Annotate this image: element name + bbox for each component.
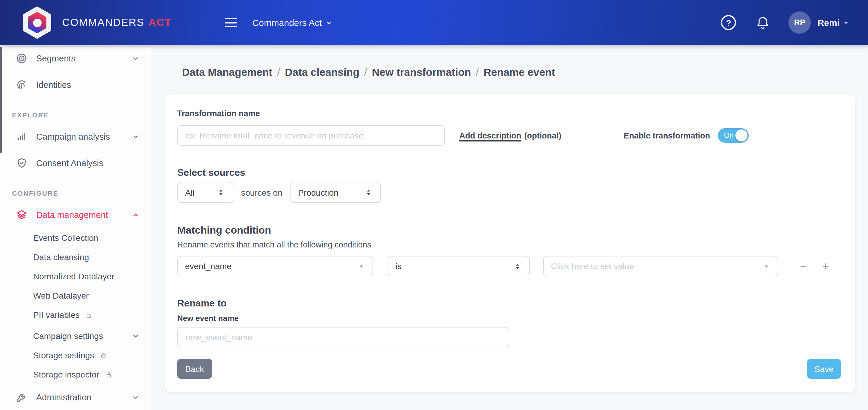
save-button[interactable]: Save (807, 359, 841, 379)
transformation-form-card: Transformation name Add description (opt… (165, 95, 855, 392)
lock-icon (104, 371, 113, 378)
condition-row: event_name is Click here to set value (177, 256, 841, 276)
app-logo[interactable]: COMMANDERSACT (23, 6, 172, 39)
condition-operator-value: is (396, 261, 513, 271)
description-group: Add description (optional) (459, 125, 561, 146)
condition-field-select[interactable]: event_name (177, 256, 373, 276)
select-spinner-icon (364, 188, 373, 197)
matching-condition-subtext: Rename events that match all the followi… (177, 240, 841, 249)
top-navbar: COMMANDERSACT Commanders Act ? RP Remi (0, 0, 868, 45)
matching-condition-heading: Matching condition (177, 225, 841, 237)
environment-value: Production (298, 187, 364, 197)
help-glyph: ? (726, 18, 731, 27)
rename-to-heading: Rename to (177, 298, 841, 309)
sidebar-item-label: Storage settings (33, 350, 94, 360)
select-spinner-icon (216, 188, 225, 197)
sidebar-item-data-management[interactable]: Data management (0, 202, 151, 228)
sidebar-item-label: Consent Analysis (36, 158, 103, 168)
layers-icon (16, 209, 28, 221)
condition-field-value: event_name (185, 261, 358, 271)
breadcrumb-item-new-transformation[interactable]: New transformation (372, 66, 471, 78)
chevron-down-icon (131, 132, 140, 141)
toggle-knob (735, 130, 747, 141)
breadcrumb-item-data-management[interactable]: Data Management (182, 66, 273, 78)
sidebar-scrollbar[interactable] (0, 47, 2, 153)
name-row: Add description (optional) Enable transf… (177, 125, 841, 146)
sidebar-item-label: Data cleansing (33, 252, 89, 262)
enable-transformation-label: Enable transformation (624, 131, 710, 140)
sidebar-item-segments[interactable]: Segments (0, 45, 151, 72)
fingerprint-icon (16, 79, 28, 91)
brand-name: COMMANDERSACT (62, 16, 172, 29)
notifications-bell-icon[interactable] (755, 15, 771, 30)
app-root: COMMANDERSACT Commanders Act ? RP Remi (0, 0, 868, 410)
sidebar-item-label: PII variables (33, 310, 80, 320)
breadcrumb-item-data-cleansing[interactable]: Data cleansing (285, 66, 359, 78)
back-button[interactable]: Back (177, 359, 212, 379)
brand-accent: ACT (149, 16, 172, 28)
user-name: Remi (818, 18, 840, 28)
chevron-down-icon (131, 393, 140, 402)
sidebar-item-normalized-datalayer[interactable]: Normalized Datalayer (0, 267, 151, 286)
sidebar-item-pii-variables[interactable]: PII variables (0, 305, 151, 324)
sources-scope-select[interactable]: All (177, 182, 233, 203)
sidebar-item-label: Administration (36, 392, 92, 402)
chevron-down-icon (131, 54, 140, 63)
add-condition-button[interactable]: + (822, 261, 829, 272)
add-description-link[interactable]: Add description (459, 131, 521, 140)
wrench-icon (16, 391, 28, 403)
hamburger-menu-icon[interactable] (224, 18, 237, 27)
select-spinner-icon (513, 262, 522, 271)
user-menu[interactable]: Remi (818, 18, 850, 28)
sidebar-item-label: Identities (36, 80, 71, 90)
remove-condition-button[interactable]: − (800, 261, 807, 272)
sidebar-divider (6, 46, 151, 47)
sidebar-item-label: Campaign settings (33, 331, 103, 341)
new-event-name-input[interactable] (177, 327, 509, 347)
chevron-down-icon (325, 19, 333, 27)
sidebar-item-label: Web Datalayer (33, 291, 89, 300)
sidebar-item-storage-inspector[interactable]: Storage inspector (0, 365, 151, 384)
transformation-name-input[interactable] (177, 125, 445, 146)
sidebar-item-label: Segments (36, 54, 76, 63)
sidebar-item-campaign-analysis[interactable]: Campaign analysis (0, 124, 151, 150)
enable-group: Enable transformation On (624, 125, 749, 146)
chevron-down-icon (131, 332, 140, 340)
sidebar-item-web-datalayer[interactable]: Web Datalayer (0, 286, 151, 305)
caret-down-icon (358, 262, 365, 270)
transformation-name-label: Transformation name (177, 109, 841, 118)
user-avatar[interactable]: RP (789, 11, 811, 34)
sidebar-item-consent-analysis[interactable]: Consent Analysis (0, 150, 151, 176)
sidebar-item-storage-settings[interactable]: Storage settings (0, 346, 151, 365)
sidebar-item-administration[interactable]: Administration (0, 384, 151, 410)
condition-value-select[interactable]: Click here to set value (543, 256, 778, 276)
shield-check-icon (16, 157, 28, 169)
sidebar-item-events-collection[interactable]: Events Collection (0, 228, 151, 247)
main-content: Data Management/Data cleansing/New trans… (151, 45, 868, 410)
form-actions: Back Save (177, 359, 841, 379)
breadcrumb-separator: / (476, 66, 479, 78)
condition-value-placeholder: Click here to set value (551, 261, 763, 271)
avatar-initials: RP (794, 18, 806, 27)
environment-select[interactable]: Production (290, 182, 381, 203)
new-event-name-label: New event name (177, 314, 841, 323)
condition-operator-select[interactable]: is (388, 256, 530, 276)
sidebar-item-data-cleansing[interactable]: Data cleansing (0, 247, 151, 267)
sidebar-item-label: Data management (36, 210, 108, 220)
toggle-state-label: On (724, 131, 734, 140)
sidebar-section-explore: EXPLORE (0, 98, 151, 124)
enable-transformation-toggle[interactable]: On (718, 128, 749, 143)
help-icon[interactable]: ? (721, 15, 736, 30)
brand-primary: COMMANDERS (62, 16, 144, 28)
sidebar-item-identities[interactable]: Identities (0, 72, 151, 98)
logo-hexagon-icon (23, 6, 51, 39)
breadcrumb-separator: / (364, 66, 367, 78)
sources-on-label: sources on (241, 187, 282, 197)
workspace-dropdown[interactable]: Commanders Act (252, 18, 333, 28)
sidebar-item-campaign-settings[interactable]: Campaign settings (0, 326, 151, 346)
sidebar-item-label: Events Collection (33, 233, 98, 243)
target-icon (16, 53, 28, 64)
sidebar-item-label: Normalized Datalayer (33, 272, 114, 281)
sources-row: All sources on Production (177, 182, 841, 203)
sidebar-nav-list: SegmentsIdentitiesEXPLORECampaign analys… (0, 45, 151, 410)
